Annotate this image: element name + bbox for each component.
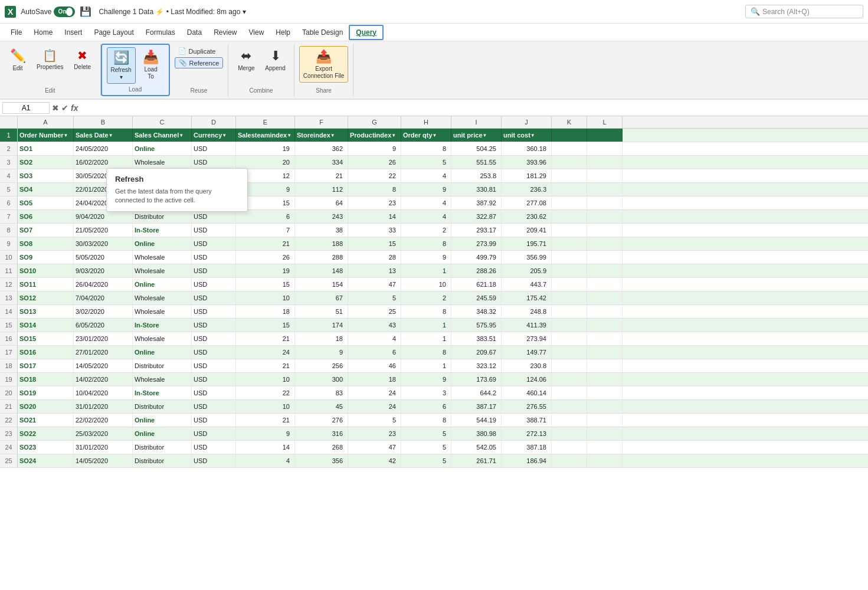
cell-sales-date[interactable]: 14/05/2020 <box>74 359 133 372</box>
search-box[interactable]: 🔍 Search (Alt+Q) <box>745 5 863 18</box>
cell-order-qty[interactable]: 5 <box>401 441 451 454</box>
menu-view[interactable]: View <box>243 26 270 39</box>
cell-storeindex[interactable]: 38 <box>295 224 348 237</box>
merge-button[interactable]: ⬌ Merge <box>233 46 259 74</box>
cell-productindex[interactable]: 33 <box>348 224 401 237</box>
cell-storeindex[interactable]: 174 <box>295 319 348 332</box>
cell-order-qty[interactable]: 1 <box>401 359 451 372</box>
menu-home[interactable]: Home <box>28 26 58 39</box>
cell-unit-cost[interactable]: 388.71 <box>502 414 552 427</box>
cell-sales-date[interactable]: 24/05/2020 <box>74 142 133 155</box>
cell-salesteamindex[interactable]: 10 <box>236 373 295 386</box>
cell-unit-price[interactable]: 261.71 <box>451 454 502 467</box>
cell-currency[interactable]: USD <box>192 210 236 223</box>
cell-storeindex[interactable]: 112 <box>295 183 348 196</box>
menu-page-layout[interactable]: Page Layout <box>88 26 139 39</box>
cell-order-qty[interactable]: 3 <box>401 386 451 399</box>
cell-sales-channel[interactable]: Wholesale <box>133 264 192 277</box>
menu-formulas[interactable]: Formulas <box>140 26 181 39</box>
cell-sales-date[interactable]: 10/04/2020 <box>74 386 133 399</box>
cell-order-number[interactable]: SO2 <box>18 156 74 169</box>
cell-productindex[interactable]: 14 <box>348 210 401 223</box>
cell-currency[interactable]: USD <box>192 224 236 237</box>
cell-order-qty[interactable]: 10 <box>401 278 451 291</box>
cell-unit-cost[interactable]: 149.77 <box>502 346 552 359</box>
cell-storeindex[interactable]: 188 <box>295 237 348 250</box>
cell-sales-date[interactable]: 25/03/2020 <box>74 427 133 440</box>
cell-order-qty[interactable]: 8 <box>401 305 451 318</box>
cell-productindex[interactable]: 15 <box>348 237 401 250</box>
cell-sales-date[interactable]: 27/01/2020 <box>74 346 133 359</box>
header-order-number[interactable]: Order Number <box>18 129 74 142</box>
menu-help[interactable]: Help <box>270 26 296 39</box>
refresh-button[interactable]: 🔄 Refresh▾ <box>107 47 136 84</box>
cell-order-qty[interactable]: 9 <box>401 183 451 196</box>
cell-storeindex[interactable]: 316 <box>295 427 348 440</box>
cell-storeindex[interactable]: 362 <box>295 142 348 155</box>
cell-currency[interactable]: USD <box>192 278 236 291</box>
cell-currency[interactable]: USD <box>192 386 236 399</box>
cell-unit-price[interactable]: 323.12 <box>451 359 502 372</box>
cell-salesteamindex[interactable]: 6 <box>236 210 295 223</box>
header-sales-channel[interactable]: Sales Channel <box>133 129 192 142</box>
cell-order-qty[interactable]: 8 <box>401 142 451 155</box>
cell-sales-channel[interactable]: Wholesale <box>133 332 192 345</box>
cell-sales-date[interactable]: 9/04/2020 <box>74 210 133 223</box>
cell-unit-price[interactable]: 293.17 <box>451 224 502 237</box>
cell-productindex[interactable]: 9 <box>348 142 401 155</box>
cell-productindex[interactable]: 46 <box>348 359 401 372</box>
duplicate-button[interactable]: 📄 Duplicate <box>175 46 220 56</box>
cell-sales-channel[interactable]: Distributor <box>133 359 192 372</box>
confirm-formula-icon[interactable]: ✔ <box>61 103 68 113</box>
cell-sales-channel[interactable]: Online <box>133 278 192 291</box>
cell-sales-channel[interactable]: In-Store <box>133 224 192 237</box>
cell-order-qty[interactable]: 9 <box>401 251 451 264</box>
properties-button[interactable]: 📋 Properties <box>33 46 67 73</box>
cell-unit-cost[interactable]: 276.55 <box>502 400 552 413</box>
cell-storeindex[interactable]: 288 <box>295 251 348 264</box>
cell-order-qty[interactable]: 1 <box>401 332 451 345</box>
cell-order-number[interactable]: SO15 <box>18 332 74 345</box>
cell-currency[interactable]: USD <box>192 373 236 386</box>
cell-currency[interactable]: USD <box>192 346 236 359</box>
reference-button[interactable]: 📎 Reference <box>175 57 224 68</box>
cell-productindex[interactable]: 5 <box>348 414 401 427</box>
cell-unit-price[interactable]: 330.81 <box>451 183 502 196</box>
cell-unit-price[interactable]: 544.19 <box>451 414 502 427</box>
cell-unit-cost[interactable]: 460.14 <box>502 386 552 399</box>
cell-storeindex[interactable]: 18 <box>295 332 348 345</box>
cell-productindex[interactable]: 22 <box>348 169 401 182</box>
cell-sales-date[interactable]: 5/05/2020 <box>74 251 133 264</box>
cell-currency[interactable]: USD <box>192 414 236 427</box>
cell-unit-price[interactable]: 542.05 <box>451 441 502 454</box>
cell-order-qty[interactable]: 2 <box>401 224 451 237</box>
cell-sales-date[interactable]: 22/02/2020 <box>74 414 133 427</box>
cell-order-qty[interactable]: 8 <box>401 414 451 427</box>
cell-unit-price[interactable]: 209.67 <box>451 346 502 359</box>
cell-unit-cost[interactable]: 248.8 <box>502 305 552 318</box>
cell-unit-cost[interactable]: 393.96 <box>502 156 552 169</box>
cell-salesteamindex[interactable]: 21 <box>236 359 295 372</box>
cell-sales-date[interactable]: 14/05/2020 <box>74 454 133 467</box>
cell-sales-date[interactable]: 6/05/2020 <box>74 319 133 332</box>
cell-order-number[interactable]: SO17 <box>18 359 74 372</box>
menu-query[interactable]: Query <box>349 25 384 40</box>
cell-salesteamindex[interactable]: 14 <box>236 441 295 454</box>
header-order-qty[interactable]: Order qty <box>401 129 451 142</box>
cell-unit-cost[interactable]: 443.7 <box>502 278 552 291</box>
menu-table-design[interactable]: Table Design <box>296 26 349 39</box>
cell-unit-cost[interactable]: 195.71 <box>502 237 552 250</box>
cell-storeindex[interactable]: 300 <box>295 373 348 386</box>
cell-storeindex[interactable]: 83 <box>295 386 348 399</box>
cell-unit-price[interactable]: 380.98 <box>451 427 502 440</box>
cell-storeindex[interactable]: 64 <box>295 196 348 209</box>
cell-unit-cost[interactable]: 272.13 <box>502 427 552 440</box>
cell-salesteamindex[interactable]: 15 <box>236 278 295 291</box>
cell-order-number[interactable]: SO14 <box>18 319 74 332</box>
cell-sales-channel[interactable]: Wholesale <box>133 156 192 169</box>
cell-sales-channel[interactable]: Online <box>133 427 192 440</box>
cell-unit-cost[interactable]: 236.3 <box>502 183 552 196</box>
cell-order-number[interactable]: SO9 <box>18 251 74 264</box>
cell-order-number[interactable]: SO7 <box>18 224 74 237</box>
cell-productindex[interactable]: 26 <box>348 156 401 169</box>
